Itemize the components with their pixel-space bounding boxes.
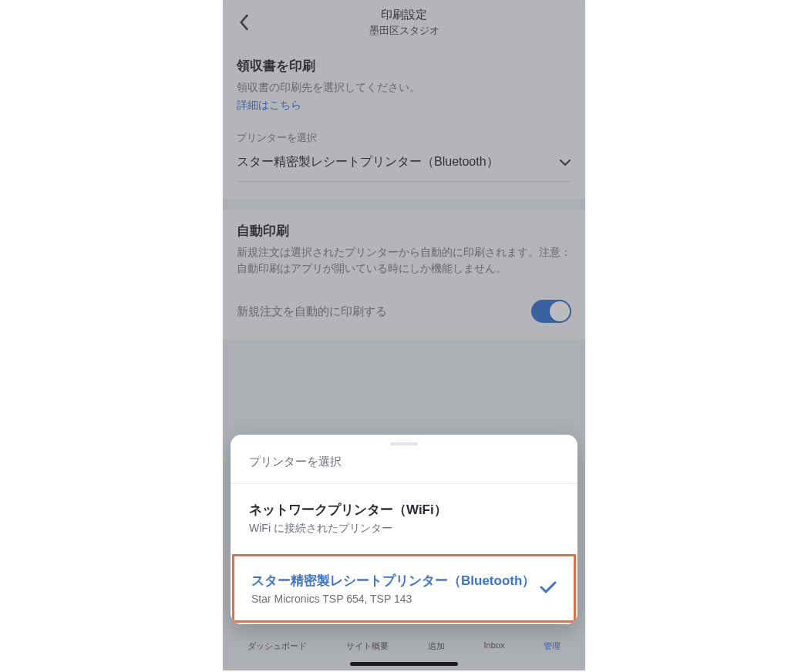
printer-dropdown[interactable]: スター精密製レシートプリンター（Bluetooth）	[237, 150, 571, 182]
tab-bar: ダッシュボード サイト概要 追加 Inbox 管理	[223, 633, 585, 657]
printer-select-sheet: プリンターを選択 ネットワークプリンター（WiFi） WiFi に接続されたプリ…	[231, 435, 577, 624]
auto-title: 自動印刷	[237, 222, 571, 240]
tab-dashboard[interactable]: ダッシュボード	[247, 640, 307, 652]
auto-print-toggle[interactable]	[531, 300, 571, 323]
receipt-title: 領収書を印刷	[237, 57, 571, 75]
option-wifi-printer[interactable]: ネットワークプリンター（WiFi） WiFi に接続されたプリンター	[231, 484, 577, 553]
page-subtitle: 墨田区スタジオ	[369, 24, 439, 38]
home-indicator[interactable]	[350, 662, 458, 666]
check-icon	[540, 580, 557, 597]
option-sub: WiFi に接続されたプリンター	[249, 522, 559, 536]
printer-select-label: プリンターを選択	[237, 131, 571, 145]
tab-inbox[interactable]: Inbox	[484, 640, 505, 652]
tab-manage[interactable]: 管理	[544, 640, 561, 652]
chevron-left-icon	[238, 14, 249, 31]
sheet-title: プリンターを選択	[231, 450, 577, 483]
toggle-knob	[550, 301, 570, 321]
sheet-handle[interactable]	[390, 442, 418, 445]
receipt-desc: 領収書の印刷先を選択してください。	[237, 79, 571, 96]
option-title: ネットワークプリンター（WiFi）	[249, 501, 559, 519]
back-button[interactable]	[232, 11, 255, 34]
printer-dropdown-value: スター精密製レシートプリンター（Bluetooth）	[237, 154, 499, 170]
nav-header: 印刷設定 墨田区スタジオ	[223, 0, 585, 45]
tab-add[interactable]: 追加	[428, 640, 445, 652]
phone-frame: 印刷設定 墨田区スタジオ 領収書を印刷 領収書の印刷先を選択してください。 詳細…	[223, 0, 585, 670]
option-sub: Star Micronics TSP 654, TSP 143	[251, 593, 557, 605]
option-title: スター精密製レシートプリンター（Bluetooth）	[251, 572, 557, 590]
option-bluetooth-printer[interactable]: スター精密製レシートプリンター（Bluetooth） Star Micronic…	[232, 554, 576, 623]
chevron-down-icon	[559, 156, 571, 170]
auto-toggle-label: 新規注文を自動的に印刷する	[237, 304, 387, 319]
auto-desc: 新規注文は選択されたプリンターから自動的に印刷されます。注意：自動印刷はアプリが…	[237, 244, 571, 277]
details-link[interactable]: 詳細はこちら	[237, 99, 301, 113]
auto-print-section: 自動印刷 新規注文は選択されたプリンターから自動的に印刷されます。注意：自動印刷…	[223, 210, 585, 340]
page-title: 印刷設定	[369, 8, 439, 22]
receipt-section: 領収書を印刷 領収書の印刷先を選択してください。 詳細はこちら プリンターを選択…	[223, 45, 585, 199]
tab-overview[interactable]: サイト概要	[346, 640, 389, 652]
